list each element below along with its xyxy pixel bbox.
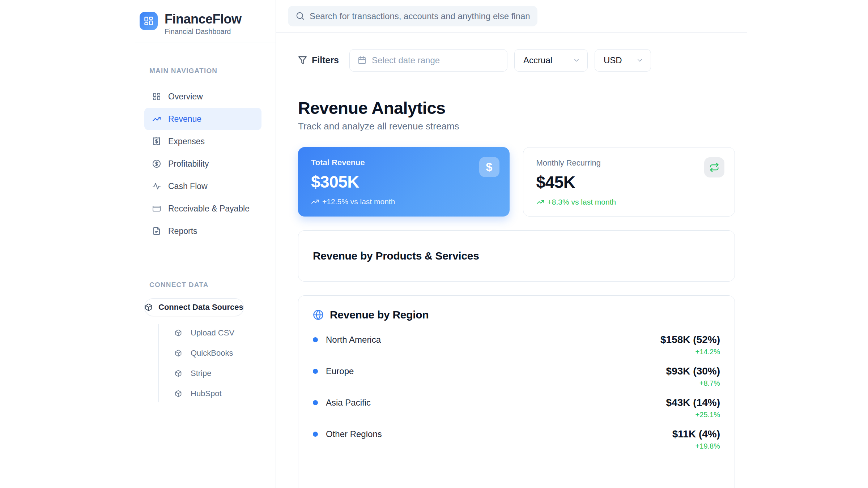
main-area: Filters Accrual USD Revenue Analytics Tr… xyxy=(276,0,747,488)
sidebar-item-profitability[interactable]: Profitability xyxy=(144,153,261,175)
region-dot xyxy=(313,400,318,405)
nav-section-label: MAIN NAVIGATION xyxy=(135,67,276,75)
monthly-recurring-card: Monthly Recurring $45K +8.3% vs last mon… xyxy=(523,147,735,217)
app-title: FinanceFlow xyxy=(165,12,242,26)
cube-icon xyxy=(175,350,182,357)
sidebar-item-label: Receivable & Payable xyxy=(168,204,250,214)
trending-up-icon xyxy=(536,198,544,206)
top-bar xyxy=(276,0,747,33)
revenue-products-panel: Revenue by Products & Services xyxy=(298,230,735,282)
app-logo xyxy=(140,12,158,30)
cube-icon xyxy=(175,329,182,337)
region-rows: North America $158K (52%) +14.2% Europe xyxy=(313,333,720,451)
trending-up-icon xyxy=(152,115,161,123)
accounting-basis-select[interactable]: Accrual xyxy=(514,49,588,72)
chevron-down-icon xyxy=(573,57,580,64)
date-range-field[interactable] xyxy=(349,49,507,72)
credit-card-icon xyxy=(152,204,161,213)
currency-value: USD xyxy=(604,55,622,65)
region-change: +8.7% xyxy=(666,378,720,389)
region-name: Asia Pacific xyxy=(326,398,371,408)
source-item-label: Stripe xyxy=(191,369,211,378)
page-title: Revenue Analytics xyxy=(298,98,735,118)
trending-up-icon xyxy=(311,198,319,206)
panel-title: Revenue by Products & Services xyxy=(313,250,479,262)
region-row-europe: Europe $93K (30%) +8.7% xyxy=(313,365,720,389)
revenue-region-panel: Revenue by Region North America $158K (5… xyxy=(298,295,735,488)
stat-value: $45K xyxy=(536,172,722,192)
stat-label: Total Revenue xyxy=(311,158,497,167)
main-navigation: Overview Revenue Expenses Profitability … xyxy=(135,75,276,242)
filter-bar: Filters Accrual USD xyxy=(276,33,747,88)
region-value: $158K (52%) xyxy=(660,333,720,346)
sidebar-item-label: Profitability xyxy=(168,159,209,169)
sidebar-item-label: Revenue xyxy=(168,114,201,124)
date-range-input[interactable] xyxy=(372,55,499,65)
sidebar-item-expenses[interactable]: Expenses xyxy=(144,130,261,153)
region-value: $43K (14%) xyxy=(666,396,720,409)
sidebar-item-label: Cash Flow xyxy=(168,181,208,191)
region-dot xyxy=(313,369,318,374)
sidebar-item-label: Overview xyxy=(168,92,203,102)
dollar-icon: $ xyxy=(479,157,499,177)
connect-section-label: CONNECT DATA xyxy=(135,281,276,289)
app-container: FinanceFlow Financial Dashboard MAIN NAV… xyxy=(135,0,747,488)
source-item-hubspot[interactable]: HubSpot xyxy=(144,384,261,404)
sidebar: FinanceFlow Financial Dashboard MAIN NAV… xyxy=(135,0,276,488)
region-value: $93K (30%) xyxy=(666,365,720,378)
connect-button-label: Connect Data Sources xyxy=(158,303,243,312)
stat-cards: Total Revenue $305K +12.5% vs last month… xyxy=(298,147,735,217)
chevron-down-icon xyxy=(636,57,643,64)
cube-icon xyxy=(145,303,153,311)
page-subtitle: Track and analyze all revenue streams xyxy=(298,121,735,132)
source-item-quickbooks[interactable]: QuickBooks xyxy=(144,343,261,363)
stat-change: +8.3% vs last month xyxy=(536,198,722,206)
region-change: +25.1% xyxy=(666,409,720,420)
activity-icon xyxy=(152,182,161,191)
source-item-stripe[interactable]: Stripe xyxy=(144,363,261,384)
filters-button[interactable]: Filters xyxy=(298,55,339,65)
total-revenue-card: Total Revenue $305K +12.5% vs last month… xyxy=(298,147,510,217)
repeat-icon xyxy=(704,157,724,177)
source-item-label: QuickBooks xyxy=(191,348,233,358)
source-item-label: HubSpot xyxy=(191,389,222,398)
sidebar-item-reports[interactable]: Reports xyxy=(144,220,261,242)
source-item-label: Upload CSV xyxy=(191,328,234,338)
sidebar-item-cash-flow[interactable]: Cash Flow xyxy=(144,175,261,197)
region-name: North America xyxy=(326,335,381,345)
cube-icon xyxy=(175,390,182,397)
search-icon xyxy=(295,11,305,21)
data-source-list: Upload CSV QuickBooks Stripe HubSpot xyxy=(144,323,261,404)
sidebar-item-overview[interactable]: Overview xyxy=(144,85,261,108)
receipt-icon xyxy=(152,137,161,146)
region-dot xyxy=(313,432,318,437)
region-dot xyxy=(313,337,318,342)
sidebar-item-revenue[interactable]: Revenue xyxy=(144,108,261,130)
stat-label: Monthly Recurring xyxy=(536,158,722,168)
region-change: +14.2% xyxy=(660,346,720,357)
stat-change-text: +8.3% vs last month xyxy=(548,198,616,206)
stat-change-text: +12.5% vs last month xyxy=(322,197,395,206)
sidebar-item-receivable-payable[interactable]: Receivable & Payable xyxy=(144,197,261,220)
connect-data-sources-button[interactable]: Connect Data Sources xyxy=(144,298,244,316)
file-text-icon xyxy=(152,227,161,235)
stat-change: +12.5% vs last month xyxy=(311,197,497,206)
region-panel-header: Revenue by Region xyxy=(313,309,720,321)
stat-value: $305K xyxy=(311,172,497,192)
region-row-other-regions: Other Regions $11K (4%) +19.8% xyxy=(313,428,720,451)
region-row-north-america: North America $158K (52%) +14.2% xyxy=(313,333,720,357)
source-item-upload-csv[interactable]: Upload CSV xyxy=(144,323,261,343)
dashboard-icon xyxy=(152,92,161,101)
sidebar-item-label: Expenses xyxy=(168,137,205,146)
currency-select[interactable]: USD xyxy=(595,49,651,72)
search-box xyxy=(288,6,537,26)
filter-funnel-icon xyxy=(298,56,307,65)
region-value: $11K (4%) xyxy=(672,428,720,441)
region-name: Europe xyxy=(326,366,354,376)
page-content: Revenue Analytics Track and analyze all … xyxy=(276,88,747,488)
search-input[interactable] xyxy=(288,6,537,26)
circle-dollar-icon xyxy=(152,159,161,168)
region-row-asia-pacific: Asia Pacific $43K (14%) +25.1% xyxy=(313,396,720,420)
app-tagline: Financial Dashboard xyxy=(165,27,242,36)
region-change: +19.8% xyxy=(672,441,720,451)
